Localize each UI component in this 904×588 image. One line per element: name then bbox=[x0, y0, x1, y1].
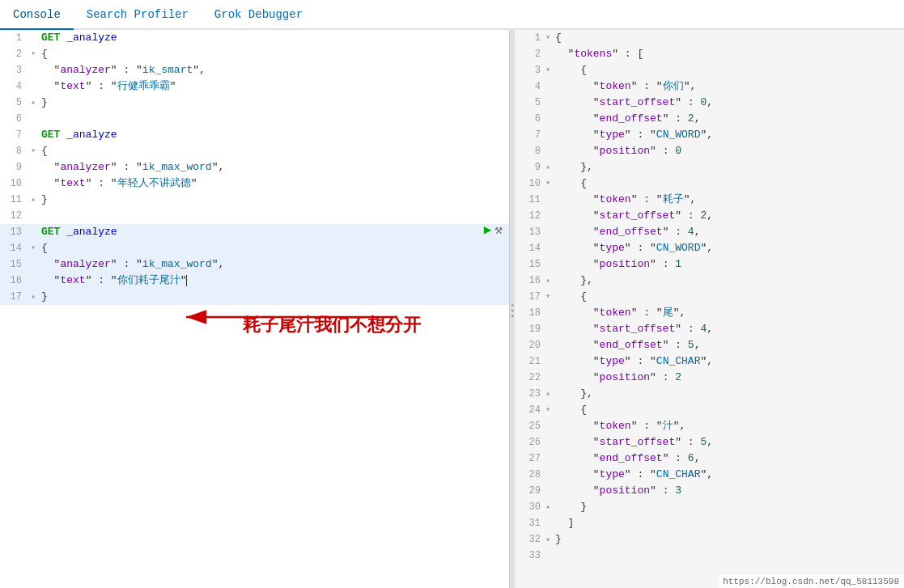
line-number-15: 15 bbox=[0, 256, 28, 273]
code-line-4: 4 "text" : "行健乖乖霸" bbox=[0, 78, 509, 95]
json-line-33: 33 bbox=[515, 548, 904, 564]
json-fold-16[interactable]: ▴ bbox=[545, 273, 555, 289]
settings-button[interactable]: ⚒ bbox=[494, 224, 503, 237]
json-line-18: 18 "token" : "尾", bbox=[515, 305, 904, 321]
line-content-15: "analyzer" : "ik_max_word", bbox=[38, 256, 509, 273]
code-line-10: 10 "text" : "年轻人不讲武德" bbox=[0, 176, 509, 192]
json-key: token bbox=[600, 420, 631, 432]
json-fold-17[interactable]: ▾ bbox=[545, 289, 555, 305]
line-content-4: "text" : "行健乖乖霸" bbox=[38, 78, 509, 95]
line-number-2: 2 bbox=[0, 46, 28, 62]
json-content-30: } bbox=[555, 499, 904, 515]
json-line-27: 27 "end_offset" : 6, bbox=[515, 451, 904, 467]
json-number: 5 bbox=[688, 339, 694, 351]
json-key: start_offset bbox=[600, 323, 676, 335]
tab-grok-debugger[interactable]: Grok Debugger bbox=[202, 0, 316, 30]
fold-14[interactable]: ▾ bbox=[28, 240, 38, 256]
json-line-24: 24▾ { bbox=[515, 402, 904, 418]
json-key: text bbox=[60, 274, 85, 286]
left-panel[interactable]: 1GET _analyze2▾{3 "analyzer" : "ik_smart… bbox=[0, 30, 510, 588]
line-content-3: "analyzer" : "ik_smart", bbox=[38, 62, 509, 78]
line-content-11: } bbox=[38, 192, 509, 208]
line-number-9: 9 bbox=[0, 159, 28, 176]
fold-8[interactable]: ▾ bbox=[28, 143, 38, 159]
json-content-16: }, bbox=[555, 273, 904, 289]
code-line-12: 12 bbox=[0, 208, 509, 224]
json-key: text bbox=[60, 80, 85, 92]
json-content-7: "type" : "CN_WORD", bbox=[555, 127, 904, 143]
json-string: 你们 bbox=[663, 80, 684, 92]
line-content-9: "analyzer" : "ik_max_word", bbox=[38, 159, 509, 176]
main-content: 1GET _analyze2▾{3 "analyzer" : "ik_smart… bbox=[0, 30, 904, 588]
endpoint-url: _analyze bbox=[66, 32, 117, 44]
fold-17[interactable]: ▴ bbox=[28, 289, 38, 305]
json-bracket: [ bbox=[637, 48, 643, 60]
code-line-11: 11▴} bbox=[0, 192, 509, 208]
play-button[interactable]: ▶ bbox=[484, 224, 492, 237]
json-number: 2 bbox=[700, 209, 707, 222]
json-line-number-13: 13 bbox=[515, 224, 545, 240]
json-key: type bbox=[600, 242, 625, 254]
json-line-number-5: 5 bbox=[515, 95, 545, 111]
line-number-1: 1 bbox=[0, 30, 28, 46]
line-content-17: } bbox=[38, 289, 509, 305]
json-content-22: "position" : 2 bbox=[555, 370, 904, 386]
json-content-8: "position" : 0 bbox=[555, 143, 904, 159]
fold-5[interactable]: ▴ bbox=[28, 95, 38, 111]
fold-11[interactable]: ▴ bbox=[28, 192, 38, 208]
right-panel[interactable]: 1▾{2 "tokens" : [3▾ {4 "token" : "你们",5 … bbox=[515, 30, 904, 588]
json-fold-32[interactable]: ▴ bbox=[545, 531, 555, 548]
line-content-10: "text" : "年轻人不讲武德" bbox=[38, 176, 509, 192]
json-string: CN_WORD bbox=[656, 242, 701, 254]
json-key: token bbox=[600, 307, 631, 319]
code-line-5: 5▴} bbox=[0, 95, 509, 111]
json-line-number-26: 26 bbox=[515, 434, 545, 451]
tab-console[interactable]: Console bbox=[0, 0, 74, 30]
json-key: position bbox=[600, 258, 650, 270]
line-number-7: 7 bbox=[0, 127, 28, 143]
json-number: 1 bbox=[675, 258, 681, 270]
json-fold-9[interactable]: ▴ bbox=[545, 159, 555, 176]
json-content-27: "end_offset" : 6, bbox=[555, 451, 904, 467]
tab-bar: Console Search Profiler Grok Debugger bbox=[0, 0, 904, 30]
json-content-14: "type" : "CN_WORD", bbox=[555, 240, 904, 256]
json-fold-23[interactable]: ▴ bbox=[545, 386, 555, 402]
line-content-16: "text" : "你们耗子尾汁" bbox=[38, 273, 509, 289]
fold-2[interactable]: ▾ bbox=[28, 46, 38, 62]
json-line-number-4: 4 bbox=[515, 78, 545, 95]
tab-console-label: Console bbox=[13, 8, 61, 21]
json-key: start_offset bbox=[600, 96, 676, 108]
line-content-8: { bbox=[38, 143, 509, 159]
json-key: token bbox=[600, 80, 631, 92]
json-content-32: } bbox=[555, 531, 904, 548]
json-key: analyzer bbox=[60, 258, 110, 270]
json-fold-10[interactable]: ▾ bbox=[545, 176, 555, 192]
json-key: type bbox=[600, 468, 625, 480]
json-content-18: "token" : "尾", bbox=[555, 305, 904, 321]
json-fold-1[interactable]: ▾ bbox=[545, 30, 555, 46]
json-number: 4 bbox=[688, 226, 694, 238]
json-line-16: 16▴ }, bbox=[515, 273, 904, 289]
json-line-17: 17▾ { bbox=[515, 289, 904, 305]
line-number-4: 4 bbox=[0, 78, 28, 95]
json-fold-30[interactable]: ▴ bbox=[545, 499, 555, 515]
line-number-13: 13 bbox=[0, 224, 28, 240]
json-line-28: 28 "type" : "CN_CHAR", bbox=[515, 467, 904, 483]
json-line-number-2: 2 bbox=[515, 46, 545, 62]
json-fold-3[interactable]: ▾ bbox=[545, 62, 555, 78]
json-output: 1▾{2 "tokens" : [3▾ {4 "token" : "你们",5 … bbox=[515, 30, 904, 564]
json-line-number-3: 3 bbox=[515, 62, 545, 78]
tab-search-profiler[interactable]: Search Profiler bbox=[74, 0, 202, 30]
json-content-26: "start_offset" : 5, bbox=[555, 434, 904, 451]
json-line-number-11: 11 bbox=[515, 192, 545, 208]
json-fold-24[interactable]: ▾ bbox=[545, 402, 555, 418]
brace: } bbox=[41, 290, 48, 302]
json-key: position bbox=[600, 145, 650, 157]
json-content-29: "position" : 3 bbox=[555, 483, 904, 499]
json-key: text bbox=[60, 177, 85, 189]
json-string: 尾 bbox=[663, 307, 673, 319]
json-value: ik_smart bbox=[142, 64, 193, 76]
code-line-7: 7GET _analyze bbox=[0, 127, 509, 143]
json-content-15: "position" : 1 bbox=[555, 256, 904, 273]
json-line-number-1: 1 bbox=[515, 30, 545, 46]
